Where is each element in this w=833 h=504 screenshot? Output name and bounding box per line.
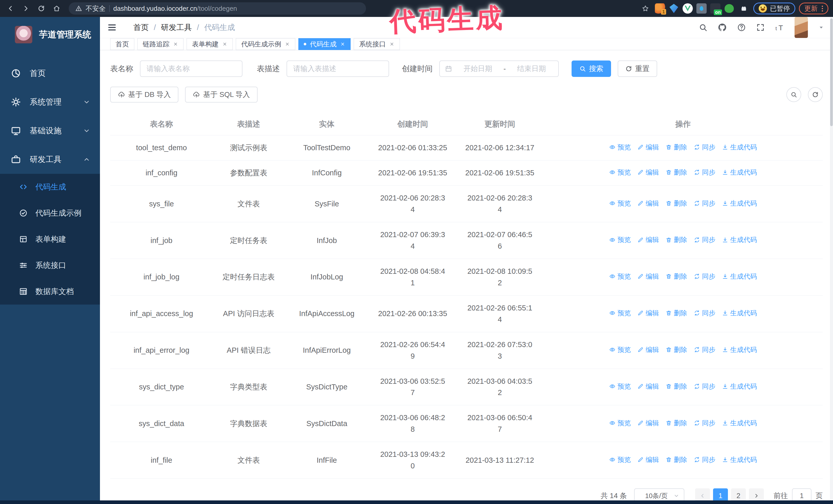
- preview-link[interactable]: 预览: [609, 142, 631, 152]
- sync-link[interactable]: 同步: [694, 235, 715, 245]
- generate-code-link[interactable]: 生成代码: [722, 235, 757, 245]
- page-scrollbar[interactable]: [830, 17, 833, 500]
- profile-paused-pill[interactable]: 已暂停: [753, 3, 795, 14]
- generate-code-link[interactable]: 生成代码: [722, 455, 757, 465]
- tab-form-builder[interactable]: 表单构建: [187, 38, 233, 50]
- delete-link[interactable]: 删除: [666, 198, 687, 209]
- preview-link[interactable]: 预览: [609, 344, 631, 355]
- sidebar-item-code-generation[interactable]: 代码生成: [0, 174, 100, 200]
- collapse-sidebar-button[interactable]: [105, 21, 118, 34]
- delete-link[interactable]: 删除: [666, 418, 687, 428]
- sidebar-item-dev-tools[interactable]: 研发工具: [0, 145, 100, 174]
- breadcrumb-dev-tools[interactable]: 研发工具: [161, 22, 192, 33]
- sync-link[interactable]: 同步: [694, 198, 715, 209]
- sync-link[interactable]: 同步: [694, 344, 715, 355]
- sidebar-item-form-builder[interactable]: 表单构建: [0, 226, 100, 252]
- close-icon[interactable]: [173, 42, 178, 47]
- search-button[interactable]: 搜索: [572, 61, 611, 77]
- browser-reload-button[interactable]: [35, 3, 47, 14]
- delete-link[interactable]: 删除: [666, 271, 687, 282]
- user-avatar[interactable]: [794, 17, 808, 38]
- delete-link[interactable]: 删除: [666, 167, 687, 177]
- address-bar[interactable]: 不安全 dashboard.yudao.iocoder.cn/tool/code…: [69, 2, 366, 15]
- delete-link[interactable]: 删除: [666, 344, 687, 355]
- generate-code-link[interactable]: 生成代码: [722, 381, 757, 391]
- fullscreen-button[interactable]: [756, 23, 765, 32]
- octotree-icon[interactable]: [724, 3, 734, 14]
- edit-link[interactable]: 编辑: [638, 308, 659, 318]
- github-link[interactable]: [718, 23, 727, 32]
- edit-link[interactable]: 编辑: [638, 455, 659, 465]
- edit-link[interactable]: 编辑: [638, 271, 659, 282]
- generate-code-link[interactable]: 生成代码: [722, 418, 757, 428]
- sidebar-item-code-generation-example[interactable]: 代码生成示例: [0, 200, 100, 226]
- bookmark-star-button[interactable]: [640, 3, 651, 14]
- kebab-menu-icon[interactable]: [822, 6, 823, 11]
- header-search-button[interactable]: [699, 23, 708, 32]
- edit-link[interactable]: 编辑: [638, 235, 659, 245]
- preview-link[interactable]: 预览: [609, 167, 631, 177]
- delete-link[interactable]: 删除: [666, 308, 687, 318]
- extension-switch-icon[interactable]: on: [710, 3, 720, 14]
- close-icon[interactable]: [340, 42, 345, 47]
- toggle-search-button[interactable]: [786, 87, 801, 102]
- sync-link[interactable]: 同步: [694, 455, 715, 465]
- browser-forward-button[interactable]: [20, 3, 32, 14]
- preview-link[interactable]: 预览: [609, 455, 631, 465]
- tab-system-api[interactable]: 系统接口: [354, 38, 400, 50]
- table-name-input[interactable]: [140, 61, 242, 77]
- browser-back-button[interactable]: [5, 3, 17, 14]
- browser-update-button[interactable]: 更新: [799, 3, 828, 14]
- font-size-button[interactable]: [775, 23, 784, 32]
- edit-link[interactable]: 编辑: [638, 142, 659, 152]
- import-sql-button[interactable]: 基于 SQL 导入: [185, 87, 258, 102]
- sync-link[interactable]: 同步: [694, 271, 715, 282]
- date-range-picker[interactable]: 开始日期 - 结束日期: [439, 61, 559, 77]
- edit-link[interactable]: 编辑: [638, 381, 659, 391]
- close-icon[interactable]: [222, 42, 227, 47]
- docs-help-button[interactable]: [737, 23, 746, 32]
- import-db-button[interactable]: 基于 DB 导入: [110, 87, 178, 102]
- sync-link[interactable]: 同步: [694, 167, 715, 177]
- user-menu-button[interactable]: [818, 24, 824, 30]
- tab-codegen[interactable]: 代码生成: [298, 38, 351, 50]
- delete-link[interactable]: 删除: [666, 381, 687, 391]
- delete-link[interactable]: 删除: [666, 142, 687, 152]
- preview-link[interactable]: 预览: [609, 198, 631, 209]
- sidebar-logo[interactable]: 芋道管理系统: [0, 17, 100, 52]
- sync-link[interactable]: 同步: [694, 142, 715, 152]
- tab-home[interactable]: 首页: [110, 38, 134, 50]
- browser-home-button[interactable]: [51, 3, 63, 14]
- sidebar-item-home[interactable]: 首页: [0, 59, 100, 88]
- breadcrumb-home[interactable]: 首页: [133, 22, 149, 33]
- preview-link[interactable]: 预览: [609, 418, 631, 428]
- edit-link[interactable]: 编辑: [638, 344, 659, 355]
- delete-link[interactable]: 删除: [666, 235, 687, 245]
- edit-link[interactable]: 编辑: [638, 167, 659, 177]
- refresh-table-button[interactable]: [808, 87, 823, 102]
- close-icon[interactable]: [389, 42, 395, 47]
- preview-link[interactable]: 预览: [609, 381, 631, 391]
- tab-tracing[interactable]: 链路追踪: [137, 38, 184, 50]
- sidebar-item-database-doc[interactable]: 数据库文档: [0, 279, 100, 305]
- generate-code-link[interactable]: 生成代码: [722, 271, 757, 282]
- extensions-menu-button[interactable]: [738, 3, 750, 14]
- reset-button[interactable]: 重置: [618, 61, 657, 77]
- delete-link[interactable]: 删除: [666, 455, 687, 465]
- sidebar-item-infrastructure[interactable]: 基础设施: [0, 116, 100, 145]
- generate-code-link[interactable]: 生成代码: [722, 308, 757, 318]
- close-icon[interactable]: [285, 42, 290, 47]
- extension-gem-icon[interactable]: [669, 3, 679, 14]
- generate-code-link[interactable]: 生成代码: [722, 198, 757, 209]
- edit-link[interactable]: 编辑: [638, 418, 659, 428]
- generate-code-link[interactable]: 生成代码: [722, 344, 757, 355]
- sidebar-item-system-api[interactable]: 系统接口: [0, 252, 100, 279]
- extension-drop-icon[interactable]: [696, 3, 707, 14]
- extension-orange-icon[interactable]: 1: [655, 3, 665, 14]
- preview-link[interactable]: 预览: [609, 235, 631, 245]
- vue-devtools-icon[interactable]: [683, 3, 693, 14]
- preview-link[interactable]: 预览: [609, 308, 631, 318]
- sync-link[interactable]: 同步: [694, 418, 715, 428]
- sidebar-item-system-management[interactable]: 系统管理: [0, 88, 100, 116]
- generate-code-link[interactable]: 生成代码: [722, 142, 757, 152]
